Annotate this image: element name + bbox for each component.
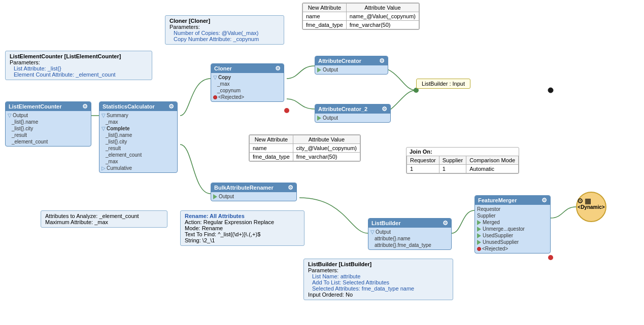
lb-params-label: Parameters: — [308, 267, 449, 273]
attribute-creator-node: AttributeCreator ⚙ Output — [315, 56, 388, 75]
lb-add-to-list: Add To List: Selected Attributes — [308, 279, 449, 285]
supplier-val: 1 — [439, 165, 466, 173]
list-builder-header[interactable]: ListBuilder ⚙ — [368, 219, 451, 228]
output-label: Output — [13, 113, 28, 118]
attribute-creator-2-node: AttributeCreator_2 ⚙ Output — [315, 104, 391, 123]
bulk-attribute-renamer-header[interactable]: BulkAttributeRenamer ⚙ — [211, 183, 296, 192]
requestor-val: 1 — [407, 165, 439, 173]
dynamic-node[interactable]: <Dynamic> — [576, 192, 606, 222]
lb-input-ordered: Input Ordered: No — [308, 292, 449, 298]
attribute-creator-top-table: New Attribute Attribute Value name name_… — [302, 3, 420, 30]
statistics-calculator-label: StatisticsCalculator — [103, 103, 155, 110]
attribute-creator-2-gear[interactable]: ⚙ — [382, 105, 387, 113]
list-element-counter-gear[interactable]: ⚙ — [82, 103, 88, 110]
used-supplier-port — [477, 233, 481, 238]
attr-value-header: Attribute Value — [346, 4, 419, 12]
list-element-counter-info: ListElementCounter [ListElementCounter] … — [5, 51, 152, 80]
complete-port: Complete — [107, 126, 130, 131]
dynamic-gear[interactable]: ⚙ — [577, 197, 584, 205]
svg-point-3 — [548, 255, 553, 260]
name-value-2: city_@Value(_copynum) — [293, 144, 360, 153]
list-element-counter-label: ListElementCounter — [9, 103, 62, 110]
cloner-header[interactable]: Cloner ⚙ — [211, 64, 284, 73]
cloner-node: Cloner ⚙ ▽ Copy _max _copynum <Rejected> — [211, 63, 284, 102]
bulk-params-info: Rename: All Attributes Action: Regular E… — [180, 210, 304, 246]
comparison-mode-header: Comparison Mode — [466, 156, 519, 165]
list-builder-gear[interactable]: ⚙ — [443, 220, 448, 227]
cloner-label: Cloner — [214, 65, 232, 71]
action-line: Action: Regular Expression Replace — [185, 219, 300, 225]
lec-params-label: Parameters: — [10, 59, 148, 65]
attribute-creator-2-label: AttributeCreator_2 — [318, 106, 367, 112]
copy-port: Copy — [218, 75, 231, 80]
dynamic-label: <Dynamic> — [578, 204, 604, 210]
attribute-creator-2-header[interactable]: AttributeCreator_2 ⚙ — [315, 104, 390, 114]
rename-all: Rename: All Attributes — [185, 213, 300, 219]
string-line: String: \2_\1 — [185, 237, 300, 243]
statistics-calculator-gear[interactable]: ⚙ — [168, 103, 174, 110]
bulk-attribute-renamer-node: BulkAttributeRenamer ⚙ Output — [211, 183, 297, 201]
feature-merger-node: FeatureMerger ⚙ Requestor Supplier Merge… — [474, 195, 551, 254]
statistics-calculator-node: StatisticsCalculator ⚙ ▽ Summary _max ▽ … — [99, 101, 178, 173]
attribute-creator-gear[interactable]: ⚙ — [379, 57, 385, 64]
fme-data-type-value-2: fme_varchar(50) — [293, 153, 360, 161]
attribute-creator-label: AttributeCreator — [318, 58, 361, 64]
mode-line: Mode: Rename — [185, 225, 300, 231]
listbuilder-params-info: ListBuilder [ListBuilder] Parameters: Li… — [303, 259, 453, 300]
fm-rejected-dot — [477, 247, 481, 251]
name-value: name_@Value(_copynum) — [346, 12, 419, 21]
fme-data-type-attr: fme_data_type — [303, 21, 347, 29]
feature-merger-gear[interactable]: ⚙ — [541, 197, 547, 204]
statistics-calculator-header[interactable]: StatisticsCalculator ⚙ — [99, 102, 177, 111]
find-line: Text To Find: ^_list{(\d+)}\.(,+)$ — [185, 231, 300, 237]
comparison-val: Automatic — [466, 165, 519, 173]
cloner-info: Cloner [Cloner] Parameters: Number of Co… — [165, 15, 284, 45]
fme-data-type-attr-2: fme_data_type — [250, 153, 293, 161]
listbuilder-input-label: ListBuilder : Input — [416, 79, 470, 89]
statistics-params-info: Attributes to Analyze: _element_count Ma… — [41, 210, 167, 228]
output-port — [317, 67, 321, 73]
name-attr-2: name — [250, 144, 293, 153]
unmerge-port — [477, 227, 481, 232]
lb-selected-attrs: Selected Attributes: fme_data_type name — [308, 285, 449, 292]
stats-attr-analyze: Attributes to Analyze: _element_count — [45, 213, 163, 219]
listbuilder-input-text: ListBuilder : Input — [422, 81, 465, 87]
cloner-copy-num: Copy Number Attribute: _copynum — [170, 36, 280, 42]
lb-list-name: List Name: attribute — [308, 273, 449, 279]
attribute-creator-header[interactable]: AttributeCreator ⚙ — [315, 56, 388, 65]
feature-merger-label: FeatureMerger — [478, 197, 517, 203]
lec-info-title: ListElementCounter [ListElementCounter] — [10, 53, 148, 59]
name-attr: name — [303, 12, 347, 21]
rejected-dot — [213, 95, 217, 99]
merged-port — [477, 220, 481, 225]
attribute-creator-2-table: New Attribute Attribute Value name city_… — [249, 134, 361, 162]
output-2-port — [317, 116, 321, 121]
lb-title: ListBuilder [ListBuilder] — [308, 261, 449, 267]
unused-supplier-port — [477, 240, 481, 245]
stats-max-attr: Maximum Attribute: _max — [45, 219, 163, 225]
cloner-copies: Number of Copies: @Value(_max) — [170, 30, 280, 36]
list-builder-node: ListBuilder ⚙ ▽ Output attribute{}.name … — [368, 218, 452, 250]
list-element-counter-header[interactable]: ListElementCounter ⚙ — [6, 102, 91, 111]
bulk-attribute-renamer-gear[interactable]: ⚙ — [288, 184, 293, 191]
output-arrow: ▽ — [8, 113, 12, 118]
dynamic-table-icon[interactable]: ▦ — [585, 197, 591, 205]
svg-point-2 — [284, 108, 289, 113]
feature-merger-header[interactable]: FeatureMerger ⚙ — [475, 196, 550, 205]
cloner-gear[interactable]: ⚙ — [275, 65, 281, 72]
cloner-params-label: Parameters: — [170, 24, 280, 30]
new-attr-header: New Attribute — [303, 4, 347, 12]
join-on-table: Join On: Requestor Supplier Comparison M… — [406, 147, 519, 174]
join-on-title: Join On: — [406, 148, 519, 156]
bulk-output-port — [213, 194, 217, 199]
attr-value-header-2: Attribute Value — [293, 135, 360, 144]
list-element-counter-node: ListElementCounter ⚙ ▽ Output _list{}.na… — [5, 101, 91, 147]
new-attr-header-2: New Attribute — [250, 135, 293, 144]
svg-point-1 — [548, 88, 553, 93]
bulk-attribute-renamer-label: BulkAttributeRenamer — [214, 185, 274, 191]
lec-count-attr: Element Count Attribute: _element_count — [10, 71, 148, 78]
requestor-header: Requestor — [407, 156, 439, 165]
cloner-info-title: Cloner [Cloner] — [170, 18, 280, 24]
supplier-header: Supplier — [439, 156, 466, 165]
list-builder-label: ListBuilder — [371, 220, 400, 226]
